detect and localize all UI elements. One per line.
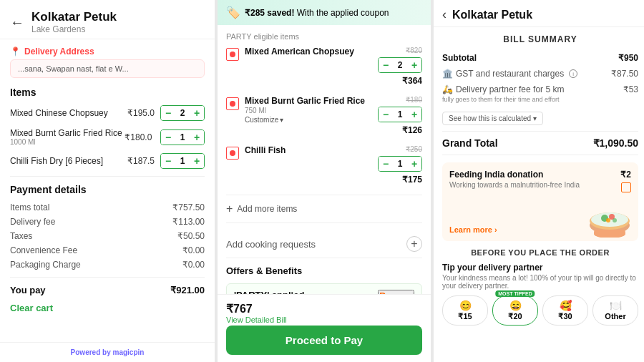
qty-value: 2 — [393, 58, 407, 72]
qty-increase[interactable]: + — [407, 157, 421, 171]
magicpin-brand: magicpin — [113, 348, 145, 356]
tip-label-15: ₹15 — [458, 312, 472, 321]
bill-row-subtotal: Subtotal ₹950 — [442, 53, 638, 63]
qty-value: 1 — [393, 107, 407, 122]
payment-title: Payment details — [10, 184, 205, 195]
plus-icon: + — [226, 202, 233, 215]
svg-point-6 — [613, 218, 617, 222]
final-price: ₹126 — [402, 125, 422, 135]
qty-control[interactable]: − 1 + — [378, 107, 422, 122]
feeding-title: Feeding India donation — [449, 170, 580, 180]
clear-cart-button[interactable]: Clear cart — [10, 303, 205, 313]
svg-point-5 — [606, 218, 610, 222]
qty-control[interactable]: − 1 + — [378, 156, 422, 172]
original-price: ₹250 — [406, 145, 422, 153]
left-content: 📍 Delivery Address ...sana, Swapan nast,… — [0, 39, 215, 342]
qty-decrease[interactable]: − — [379, 157, 393, 171]
item-name: Mixed Chinese Chopsuey — [10, 108, 127, 118]
customize-link[interactable]: Customize ▾ — [245, 116, 372, 124]
info-icon[interactable]: i — [569, 69, 577, 78]
item-name: Chilli Fish Dry [6 Pieces] — [10, 156, 127, 166]
original-price: ₹180 — [406, 96, 422, 104]
payment-section: Payment details Items total ₹757.50 Deli… — [10, 184, 205, 295]
savings-banner: 🏷️ ₹285 saved! With the applied coupon — [218, 0, 431, 25]
add-more-items[interactable]: + Add more items — [226, 195, 422, 223]
feeding-india-section: Feeding India donation Working towards a… — [442, 162, 638, 241]
delivery-section: 📍 Delivery Address ...sana, Swapan nast,… — [10, 47, 205, 78]
non-veg-icon — [226, 97, 239, 110]
before-order-title: BEFORE YOU PLACE THE ORDER — [442, 248, 638, 257]
qty-decrease[interactable]: − — [161, 154, 175, 168]
qty-control[interactable]: − 2 + — [160, 105, 205, 121]
bill-row-delivery: 🛵 Delivery partner fee for 5 km fully go… — [442, 84, 638, 103]
cooking-requests[interactable]: Add cooking requests + — [226, 230, 422, 258]
item-row: Mixed Burnt Garlic Fried Rice 1000 Ml ₹1… — [10, 128, 205, 146]
see-how-button[interactable]: See how this is calculated ▾ — [442, 112, 543, 125]
view-bill-link[interactable]: View Detailed Bill — [226, 315, 287, 324]
qty-increase[interactable]: + — [190, 130, 204, 145]
qty-increase[interactable]: + — [407, 107, 421, 122]
tip-label-other: Other — [605, 312, 625, 321]
restaurant-info: Kolkatar Petuk Lake Gardens — [31, 10, 117, 34]
delivery-address[interactable]: ...sana, Swapan nast, flat e W... — [10, 59, 205, 78]
qty-decrease[interactable]: − — [379, 58, 393, 72]
most-tipped-badge: MOST TIPPED — [495, 290, 535, 297]
tip-button-30[interactable]: 🥰 ₹30 — [542, 295, 588, 326]
item-name: Mixed Burnt Garlic Fried Rice — [10, 128, 122, 138]
tip-emoji-other: 🍽️ — [610, 300, 622, 311]
qty-value: 1 — [175, 154, 190, 168]
tip-label-30: ₹30 — [558, 312, 572, 321]
delivery-icon: 🛵 — [442, 84, 453, 94]
tip-button-15[interactable]: 😊 ₹15 — [442, 295, 488, 326]
qty-control[interactable]: − 2 + — [378, 57, 422, 73]
coupon-applied: 'PARTY' applied ✓ ₹285 coupon savings Re… — [226, 283, 422, 294]
tip-emoji-30: 🥰 — [560, 300, 572, 311]
bill-row-gst: 🏛️ GST and restaurant charges i ₹87.50 — [442, 69, 638, 79]
back-button[interactable]: ← — [10, 14, 24, 31]
tip-button-other[interactable]: 🍽️ Other — [592, 295, 638, 326]
tip-title: Tip your delivery partner — [442, 263, 638, 273]
item-price: ₹180.0 — [125, 132, 152, 142]
mid-item-name: Mixed Burnt Garlic Fried Rice — [245, 96, 372, 106]
qty-value: 1 — [393, 157, 407, 171]
feeding-price: ₹2 — [620, 170, 631, 180]
tip-button-20[interactable]: MOST TIPPED 😄 ₹20 — [492, 295, 538, 326]
original-price: ₹820 — [406, 47, 422, 54]
qty-increase[interactable]: + — [190, 154, 204, 168]
gst-icon: 🏛️ — [442, 69, 453, 79]
qty-decrease[interactable]: − — [379, 107, 393, 122]
mid-content: PARTY eligible items Mixed American Chop… — [218, 25, 431, 294]
payment-row-total: You pay ₹921.00 — [10, 285, 205, 295]
add-more-label: Add more items — [237, 204, 297, 214]
proceed-to-pay-button[interactable]: Proceed to Pay — [226, 326, 422, 355]
items-title: Items — [10, 87, 205, 98]
pin-icon: 📍 — [10, 47, 21, 57]
qty-control[interactable]: − 1 + — [160, 153, 205, 169]
qty-control[interactable]: − 1 + — [160, 129, 205, 145]
item-row: Mixed Chinese Chopsuey ₹195.0 − 2 + — [10, 105, 205, 121]
item-price: ₹187.5 — [127, 156, 155, 166]
footer-price: ₹767 — [226, 302, 287, 315]
food-bowl-illustration — [585, 198, 635, 238]
item-sub: 1000 Ml — [10, 138, 122, 146]
right-restaurant-name: Kolkatar Petuk — [452, 9, 532, 21]
tip-label-20: ₹20 — [508, 312, 522, 321]
feeding-checkbox[interactable] — [621, 182, 631, 192]
cooking-plus-icon[interactable]: + — [406, 236, 422, 252]
mid-item-name: Chilli Fish — [245, 145, 372, 155]
qty-decrease[interactable]: − — [161, 106, 175, 120]
right-back-button[interactable]: ‹ — [442, 7, 447, 22]
right-panel: ‹ Kolkatar Petuk BILL SUMMARY Subtotal ₹… — [434, 0, 644, 362]
tip-desc: Your kindness means a lot! 100% of your … — [442, 274, 638, 290]
final-price: ₹364 — [402, 76, 422, 86]
tip-emoji-15: 😊 — [459, 300, 472, 311]
mid-item-sub: 750 Ml — [245, 107, 372, 114]
mid-item-3: Chilli Fish ₹250 − 1 + ₹175 — [226, 145, 422, 185]
offers-title: Offers & Benefits — [226, 265, 422, 276]
left-panel: ← Kolkatar Petuk Lake Gardens 📍 Delivery… — [0, 0, 215, 362]
qty-increase[interactable]: + — [190, 106, 204, 120]
qty-decrease[interactable]: − — [161, 130, 175, 145]
grand-total-row: Grand Total ₹1,090.50 — [442, 131, 638, 155]
qty-increase[interactable]: + — [407, 58, 421, 72]
payment-row-taxes: Taxes ₹50.50 — [10, 231, 205, 241]
